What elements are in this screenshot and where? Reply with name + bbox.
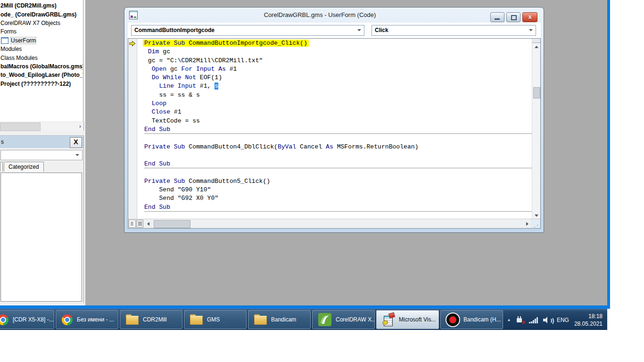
tree-item[interactable]: Project (??????????-122)	[0, 80, 83, 88]
full-module-view-button[interactable]	[136, 220, 143, 228]
arrow-left-icon	[147, 222, 149, 226]
object-dropdown[interactable]: CommandButtonImportgcode	[131, 25, 364, 36]
tree-item[interactable]: to_Wood_EpilogLaser (Photo_W	[0, 71, 83, 79]
taskbar-button-label: [CDR X5-X8] -...	[13, 316, 54, 323]
close-button[interactable]: x	[522, 12, 537, 22]
tree-item[interactable]: ode_ (CorelDrawGRBL.gms)	[0, 10, 83, 18]
taskbar-button[interactable]: Bandicam (H...	[440, 310, 503, 329]
code-line: ss = ss & s	[144, 91, 532, 99]
execution-arrow-icon	[129, 41, 136, 47]
minimize-button[interactable]	[490, 12, 504, 22]
taskbar-button-label: Microsoft Vis...	[399, 316, 436, 323]
tree-item-label: to_Wood_EpilogLaser (Photo_W	[0, 72, 83, 78]
taskbar-button[interactable]: CDR2Mill	[120, 310, 182, 329]
tree-item-label: UserForm	[11, 37, 36, 44]
tree-item[interactable]: CorelDRAW X7 Objects	[0, 19, 83, 27]
procedure-view-button[interactable]	[129, 220, 136, 228]
project-explorer: 2Mill (CDR2Mill.gms)ode_ (CorelDrawGRBL.…	[0, 0, 83, 122]
vba-icon	[382, 313, 395, 326]
tree-item[interactable]: Forms	[0, 27, 83, 36]
properties-object-dropdown[interactable]	[0, 150, 83, 160]
scroll-right-button[interactable]	[523, 220, 531, 228]
code-line: Dim gc	[144, 48, 532, 56]
close-icon: x	[523, 13, 537, 20]
properties-title-text: s	[1, 139, 4, 145]
tree-item-label: CorelDRAW X7 Objects	[0, 20, 60, 26]
taskbar-button[interactable]: [CDR X5-X8] -...	[0, 310, 54, 329]
arrow-up-icon	[535, 46, 538, 48]
userform-icon	[1, 37, 8, 44]
code-line: Send "G90 Y10"	[144, 186, 532, 194]
chrome-icon	[62, 314, 73, 325]
vba-editor-window: 2Mill (CDR2Mill.gms)ode_ (CorelDrawGRBL.…	[0, 0, 610, 309]
coreldraw-icon	[318, 313, 331, 326]
code-line: Do While Not EOF(1)	[144, 74, 532, 82]
current-statement-highlight: Private Sub CommandButtonImportgcode_Cli…	[143, 40, 309, 47]
selected-text: s	[215, 82, 218, 90]
hscrollbar-thumb[interactable]	[154, 220, 190, 228]
code-bottom-bar	[128, 219, 540, 228]
network-status-icon[interactable]: ×	[516, 316, 524, 324]
restore-button[interactable]	[506, 12, 520, 22]
taskbar-button[interactable]: CorelDRAW X...	[312, 310, 375, 329]
resize-grip[interactable]	[531, 219, 540, 228]
code-horizontal-scrollbar[interactable]	[145, 220, 531, 228]
userform-window-icon	[129, 11, 138, 19]
code-line-content: Private Sub CommandButton5_Click()	[144, 178, 270, 185]
code-line-content: End Sub	[144, 126, 170, 133]
tab-alphabetic-partial[interactable]	[0, 162, 3, 172]
project-explorer-hscrollbar[interactable]: ›	[0, 122, 84, 131]
scroll-down-button[interactable]	[532, 212, 540, 219]
language-indicator[interactable]: ENG	[557, 317, 569, 323]
tree-item[interactable]: UserForm	[0, 36, 83, 45]
hscrollbar-right-arrow-icon[interactable]: ›	[79, 122, 81, 131]
code-editor[interactable]: Private Sub CommandButtonImportgcode_Cli…	[137, 39, 532, 220]
code-line	[144, 151, 532, 160]
object-dropdown-value: CommandButtonImportgcode	[134, 27, 215, 33]
code-line: Private Sub CommandButton4_DblClick(ByVa…	[144, 143, 532, 151]
signal-strength-icon[interactable]	[529, 317, 538, 323]
hidden-icons-arrow[interactable]: ▲	[507, 318, 511, 322]
vscrollbar-thumb[interactable]	[533, 87, 540, 99]
procedure-dropdown[interactable]: Click	[372, 25, 536, 36]
code-line: Private Sub CommandButtonImportgcode_Cli…	[144, 39, 532, 48]
code-vertical-scrollbar[interactable]	[532, 39, 540, 219]
code-line	[144, 168, 532, 177]
code-line-content: ss = ss & s	[144, 91, 200, 99]
taskbar-button-label: Bandicam (H...	[463, 316, 501, 323]
taskbar-button[interactable]: Microsoft Vis...	[376, 310, 439, 329]
taskbar-button[interactable]: Без имени - ...	[56, 310, 118, 329]
code-line	[144, 134, 532, 142]
folder-icon	[190, 314, 203, 325]
tab-categorized[interactable]: Categorized	[4, 162, 44, 172]
hscrollbar-thumb[interactable]	[0, 123, 41, 131]
tree-item[interactable]: balMacros (GlobalMacros.gms)	[0, 62, 83, 71]
properties-close-button[interactable]: X	[70, 137, 82, 148]
properties-panel: s X Categorized	[0, 135, 84, 303]
tree-item-label: 2Mill (CDR2Mill.gms)	[0, 2, 57, 9]
code-line-content: Do While Not EOF(1)	[144, 74, 222, 81]
code-line-content: Send "G92 X0 Y0"	[144, 195, 218, 202]
properties-titlebar[interactable]: s X	[0, 135, 83, 148]
tree-item[interactable]: Class Modules	[0, 53, 83, 62]
tree-item-label: Project (??????????-122)	[0, 81, 71, 87]
volume-icon[interactable]	[543, 316, 552, 323]
window-border	[607, 0, 610, 309]
code-line: TextCode = ss	[144, 117, 532, 125]
code-line: Line Input #1, s	[144, 82, 532, 90]
properties-list	[0, 173, 82, 302]
code-line-content: End Sub	[144, 160, 170, 167]
clock[interactable]: 18:18 28.05.2021	[574, 313, 603, 328]
taskbar-button-label: GMS	[207, 316, 220, 323]
taskbar-button[interactable]: Bandicam	[248, 310, 311, 329]
scroll-left-button[interactable]	[145, 220, 152, 228]
code-line-content: Dim gc	[144, 48, 170, 55]
tree-item[interactable]: Modules	[0, 45, 83, 53]
code-window-title: CorelDrawGRBL.gms - UserForm (Code)	[153, 11, 487, 18]
scroll-up-button[interactable]	[532, 43, 540, 50]
tree-item[interactable]: 2Mill (CDR2Mill.gms)	[0, 1, 83, 10]
code-window-titlebar[interactable]: CorelDrawGRBL.gms - UserForm (Code) x	[124, 8, 544, 23]
taskbar-button[interactable]: GMS	[184, 310, 247, 329]
code-line-content: gc = "C:\CDR2Mill\CDR2Mill.txt"	[144, 57, 263, 64]
splitter-box[interactable]	[532, 39, 540, 43]
